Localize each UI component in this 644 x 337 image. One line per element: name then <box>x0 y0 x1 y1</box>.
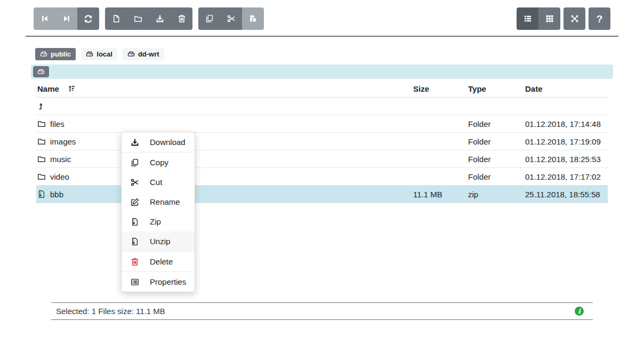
download-icon <box>131 138 139 147</box>
download-icon <box>156 14 164 23</box>
new-folder-icon <box>134 14 142 23</box>
file-date: 01.12.2018, 18:25:53 <box>525 155 608 164</box>
volume-tab-dd-wrt[interactable]: dd-wrt <box>123 48 164 60</box>
edit-icon <box>131 198 139 206</box>
table-row-up[interactable] <box>36 98 608 115</box>
file-date: 01.12.2018, 17:19:09 <box>525 137 608 146</box>
help-button[interactable]: ? <box>589 7 610 30</box>
file-ops-button-group <box>105 7 192 30</box>
context-menu-item-delete[interactable]: Delete <box>122 252 195 271</box>
copy-icon <box>131 158 139 167</box>
column-header-name[interactable]: Name <box>36 84 409 93</box>
column-header-date[interactable]: Date <box>525 84 608 93</box>
file-type: Folder <box>468 155 525 164</box>
paste-button[interactable] <box>242 7 264 30</box>
list-view-button[interactable] <box>517 7 538 30</box>
level-up-icon <box>38 102 46 110</box>
column-header-size[interactable]: Size <box>409 84 468 93</box>
volume-tab-public[interactable]: public <box>35 48 76 60</box>
file-name: music <box>50 155 71 164</box>
context-menu: Download Copy Cut Rename Zip Unzip Delet… <box>121 132 195 292</box>
context-menu-item-unzip[interactable]: Unzip <box>122 231 195 251</box>
forward-button[interactable] <box>55 7 77 30</box>
toolbar-right: ? <box>517 7 610 30</box>
question-icon: ? <box>597 14 603 24</box>
file-type: Folder <box>468 119 525 129</box>
context-menu-item-download[interactable]: Download <box>122 132 195 152</box>
toolbar-left <box>34 7 270 30</box>
table-row[interactable]: files Folder 01.12.2018, 17:14:48 <box>36 115 608 133</box>
file-name: bbb <box>50 190 63 199</box>
volume-tab-label: dd-wrt <box>138 50 159 58</box>
info-icon[interactable]: i <box>575 307 584 316</box>
toolbar-divider <box>26 36 618 37</box>
file-date: 01.12.2018, 17:17:02 <box>525 172 608 181</box>
nav-button-group <box>34 7 99 30</box>
volume-tab-local[interactable]: local <box>81 48 117 60</box>
fullscreen-button-group <box>564 7 585 30</box>
trash-icon <box>131 258 139 266</box>
cut-button[interactable] <box>220 7 242 30</box>
new-file-button[interactable] <box>105 7 127 30</box>
fullscreen-icon <box>570 14 579 23</box>
file-type: Folder <box>468 137 525 146</box>
new-file-icon <box>112 14 120 23</box>
column-header-type[interactable]: Type <box>468 84 525 93</box>
paste-icon <box>249 14 257 23</box>
download-button[interactable] <box>149 7 171 30</box>
grid-view-button[interactable] <box>538 7 560 30</box>
refresh-button[interactable] <box>77 7 99 30</box>
zip-file-icon <box>131 218 139 226</box>
file-name: files <box>50 119 65 129</box>
path-bar <box>31 65 613 79</box>
folder-icon <box>37 155 46 163</box>
context-menu-item-cut[interactable]: Cut <box>122 172 195 192</box>
copy-button[interactable] <box>198 7 220 30</box>
folder-icon <box>37 119 46 128</box>
context-menu-item-properties[interactable]: Properties <box>122 272 195 292</box>
volume-tab-label: local <box>96 50 112 58</box>
file-type: zip <box>468 190 525 199</box>
context-menu-item-rename[interactable]: Rename <box>122 192 195 212</box>
copy-icon <box>205 14 214 23</box>
refresh-icon <box>84 14 93 23</box>
back-button[interactable] <box>34 7 55 30</box>
file-name: video <box>50 172 69 181</box>
scissors-icon <box>227 14 236 23</box>
hdd-icon <box>127 51 135 58</box>
trash-icon <box>178 14 186 23</box>
file-type: Folder <box>468 172 525 181</box>
fullscreen-button[interactable] <box>564 7 585 30</box>
zip-file-icon <box>131 237 139 246</box>
volume-tab-label: public <box>51 50 71 58</box>
sort-amount-up-icon <box>68 85 76 93</box>
grid-view-icon <box>545 14 554 23</box>
folder-icon <box>37 172 46 181</box>
delete-button[interactable] <box>171 7 192 30</box>
zip-file-icon <box>37 190 46 198</box>
table-header-row: Name Size Type Date <box>36 80 608 98</box>
path-root-button[interactable] <box>33 66 49 77</box>
file-date: 01.12.2018, 17:14:48 <box>525 119 608 129</box>
folder-icon <box>37 137 46 146</box>
context-menu-item-copy[interactable]: Copy <box>122 153 195 172</box>
list-alt-icon <box>131 278 139 286</box>
toolbar: ? <box>26 0 618 36</box>
volume-tabs: public local dd-wrt <box>35 48 618 60</box>
scissors-icon <box>131 178 139 187</box>
column-header-name-label: Name <box>37 84 59 93</box>
new-folder-button[interactable] <box>127 7 149 30</box>
context-menu-item-zip[interactable]: Zip <box>122 212 195 231</box>
status-bar: Selected: 1 Files size: 11.1 MB i <box>51 302 593 320</box>
step-forward-icon <box>62 14 71 23</box>
help-button-group: ? <box>589 7 610 30</box>
file-manager: ? public local dd-wrt Name <box>26 0 618 203</box>
status-text: Selected: 1 Files size: 11.1 MB <box>56 307 165 316</box>
list-view-icon <box>524 14 532 23</box>
hdd-icon <box>86 51 93 58</box>
view-button-group <box>517 7 560 30</box>
hdd-icon <box>40 51 47 58</box>
file-name: images <box>50 137 76 146</box>
step-backward-icon <box>41 14 49 23</box>
file-date: 25.11.2018, 18:55:58 <box>525 190 608 199</box>
